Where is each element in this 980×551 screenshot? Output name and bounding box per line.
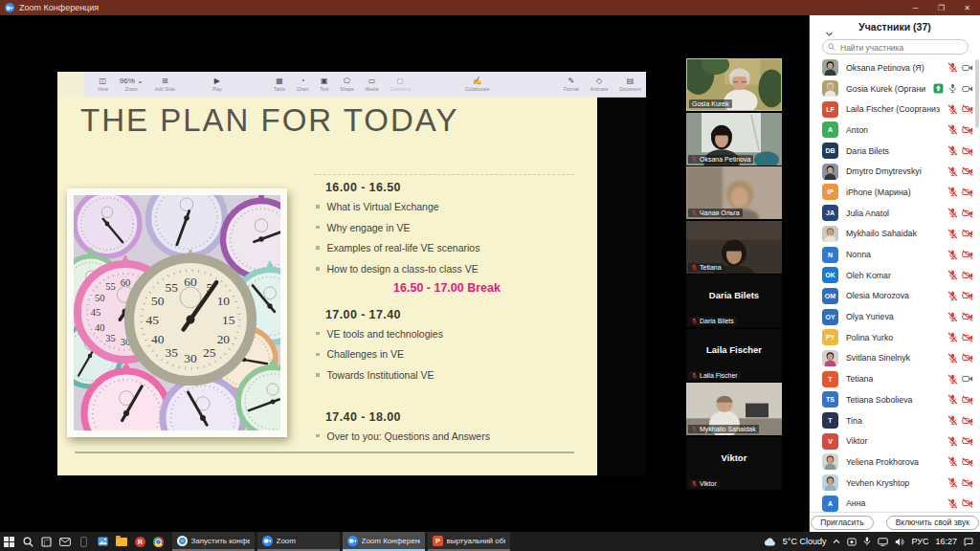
keynote-toolbar-table[interactable]: ▦Table <box>268 72 291 97</box>
participant-row-viktor[interactable]: VViktor <box>810 430 980 452</box>
network-display-icon[interactable] <box>878 538 888 546</box>
mic-muted-icon <box>947 456 958 467</box>
microphone-tray-icon[interactable] <box>863 537 871 546</box>
keynote-toolbar-shape[interactable]: ⬠Shape <box>334 72 359 97</box>
participant-row-julia-anatol[interactable]: JAJulia Anatol <box>810 203 980 224</box>
participants-panel-footer: Пригласить Включить свой звук <box>810 512 980 532</box>
mic-muted-icon <box>691 372 698 379</box>
video-thumbnail-viktor[interactable]: ViktorViktor <box>686 437 782 490</box>
mic-muted-icon <box>947 62 958 73</box>
video-thumbnail-oksana-petinova[interactable]: Oksana Petinova <box>686 113 782 165</box>
participant-search-box[interactable] <box>822 39 969 55</box>
taskbar-task-view-icon[interactable] <box>37 532 56 551</box>
video-thumbnail-tetiana[interactable]: Tetiana <box>686 221 782 274</box>
weather-text[interactable]: 5°C Cloudy <box>783 537 827 546</box>
participant-row-yevhen-kryshtop[interactable]: Yevhen Kryshtop <box>810 473 980 494</box>
thumbnail-center-name: Viktor <box>686 452 782 463</box>
keynote-toolbar-document[interactable]: ▤Document <box>613 72 647 97</box>
participant-row-tina[interactable]: TTina <box>810 410 980 431</box>
participant-row-mykhailo-sahaidak[interactable]: Mykhailo Sahaidak <box>810 224 980 245</box>
taskbar-button-выртуальний-обмы[interactable]: Pвыртуальний обмы... <box>428 532 510 551</box>
view-icon: ◫ <box>100 77 107 86</box>
keynote-toolbar-animate[interactable]: ◇Animate <box>585 72 613 97</box>
video-thumbnail-чалая-ольга[interactable]: Чалая Ольга <box>686 166 782 219</box>
keynote-toolbar-add-slide[interactable]: ⊞Add Slide <box>149 72 181 97</box>
taskbar-yandex-icon[interactable]: Я <box>131 532 150 551</box>
participant-row-polina-yurko[interactable]: PYPolina Yurko <box>810 327 980 348</box>
hidden-icons-chevron[interactable] <box>833 539 840 544</box>
slide-bottom-rule <box>75 452 574 453</box>
toolbar-item-label: Animate <box>590 86 608 92</box>
agenda-bullet: Towards Institutional VE <box>314 364 580 386</box>
keynote-toolbar-zoom[interactable]: 96% ⌄Zoom <box>114 72 149 97</box>
taskbar-chrome-icon[interactable] <box>149 532 168 551</box>
keynote-toolbar-collaborate[interactable]: ✍Collaborate <box>459 72 496 97</box>
participant-row-yeliena-prokhorova[interactable]: Yeliena Prokhorova <box>810 452 980 473</box>
weather-cloud-icon <box>764 538 776 546</box>
video-thumbnail-strip: Gosia Kurek Oksana Petinova Чалая Ольга … <box>686 0 782 551</box>
keynote-toolbar-comment[interactable]: ▢Comment <box>384 72 416 97</box>
clock-time[interactable]: 16:27 <box>935 537 957 546</box>
participant-row-anton[interactable]: AAnton <box>810 120 980 141</box>
keynote-toolbar-view[interactable]: ◫View <box>92 72 114 97</box>
participant-row-oksana-petinova-я[interactable]: Oksana Petinova (Я) <box>810 57 980 78</box>
participant-name: Yevhen Kryshtop <box>846 478 940 488</box>
taskbar-start-icon[interactable] <box>0 532 19 551</box>
participant-row-svitlana-sinelnyk[interactable]: Svitlana Sinelnyk <box>810 348 980 369</box>
participant-status-icons <box>947 124 973 135</box>
svg-text:15: 15 <box>222 313 235 327</box>
slide-agenda: 16.00 - 16.50What is Virtual ExchangeWhy… <box>314 173 580 447</box>
action-center-icon[interactable] <box>964 538 973 546</box>
maximize-button[interactable]: ❐ <box>928 0 954 15</box>
participant-row-tetiana[interactable]: TTetiana <box>810 368 980 389</box>
search-input[interactable] <box>838 40 957 55</box>
video-thumbnail-daria-bilets[interactable]: Daria BiletsDaria Bilets <box>686 275 782 327</box>
participant-photo <box>822 453 838 470</box>
svg-text:50: 50 <box>95 293 105 303</box>
mic-on-icon <box>947 83 958 94</box>
taskbar-phone-icon[interactable] <box>75 532 94 551</box>
video-thumbnail-laila-fischer[interactable]: Laila FischerLaila Fischer <box>686 329 782 382</box>
keynote-toolbar-play[interactable]: ▶Play <box>207 72 228 97</box>
keynote-toolbar-chart[interactable]: ◔Chart <box>291 72 314 97</box>
mic-muted-icon <box>947 353 958 364</box>
participant-row-olesia-morozova[interactable]: OMOlesia Morozova <box>810 286 980 307</box>
close-button[interactable]: ✕ <box>954 0 980 15</box>
participant-name: Daria Bilets <box>846 146 940 156</box>
invite-button[interactable]: Пригласить <box>811 516 874 530</box>
participant-row-dmytro-dmytrevskyi[interactable]: Dmytro Dmytrevskyi <box>810 161 980 182</box>
keynote-toolbar-text[interactable]: ▣Text <box>314 72 334 97</box>
participant-row-oleh-komar[interactable]: OKOleh Komar <box>810 265 980 286</box>
unmute-button[interactable]: Включить свой звук <box>886 516 979 530</box>
mic-muted-icon <box>691 209 698 216</box>
scrollbar-thumb[interactable] <box>975 59 979 128</box>
participant-row-olya-yurieva[interactable]: OYOlya Yurieva <box>810 306 980 327</box>
screen-record-icon[interactable] <box>847 538 857 546</box>
keynote-toolbar-media[interactable]: ▭Media <box>360 72 385 97</box>
taskbar-search-icon[interactable] <box>19 532 38 551</box>
speaker-icon[interactable] <box>895 538 904 546</box>
participant-photo <box>822 80 838 97</box>
participant-row-daria-bilets[interactable]: DBDaria Bilets <box>810 141 980 162</box>
taskbar-mail-icon[interactable] <box>56 532 76 551</box>
video-thumbnail-gosia-kurek[interactable]: Gosia Kurek <box>686 58 782 111</box>
minimize-button[interactable]: ─ <box>902 0 928 15</box>
taskbar-explorer-icon[interactable] <box>112 532 131 551</box>
language-indicator[interactable]: РУС <box>911 537 928 546</box>
taskbar-button-zoom[interactable]: Zoom <box>257 532 340 551</box>
participant-status-icons <box>947 312 973 322</box>
participant-row-iphone-марина[interactable]: iPiPhone (Марина) <box>810 182 980 203</box>
document-icon: ▤ <box>627 77 635 86</box>
participant-row-tetiana-sobolieva[interactable]: TSTetiana Sobolieva <box>810 389 980 410</box>
taskbar-media-icon[interactable] <box>94 532 113 551</box>
participant-row-gosia-kurek-организатор[interactable]: Gosia Kurek (Организатор) <box>810 78 980 99</box>
participant-name: Mykhailo Sahaidak <box>846 229 940 238</box>
video-thumbnail-mykhailo-sahaidak[interactable]: Mykhailo Sahaidak <box>686 383 782 435</box>
keynote-toolbar-format[interactable]: ✎Format <box>558 72 585 97</box>
participant-row-nonna[interactable]: NNonna <box>810 244 980 265</box>
camera-off-icon <box>962 209 973 218</box>
taskbar-button-zoom-конференция[interactable]: Zoom Конференция <box>343 532 425 551</box>
taskbar-button-запустить-конфере[interactable]: Запустить конфере... <box>172 532 255 551</box>
participant-row-анна[interactable]: AАнна <box>810 493 980 513</box>
participant-row-laila-fischer-соорганизатор[interactable]: LFLaila Fischer (Соорганизатор) <box>810 99 980 120</box>
